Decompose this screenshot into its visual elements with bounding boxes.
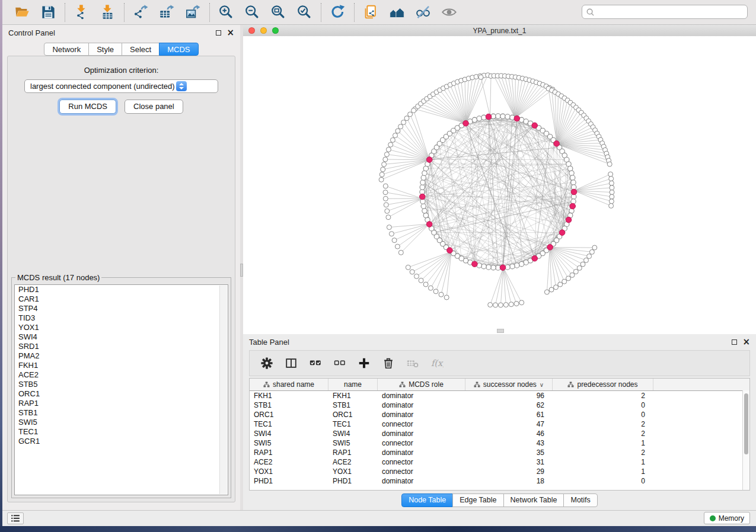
cell-MCDS-role: dominator	[378, 448, 465, 457]
cell-shared-name: FKH1	[250, 391, 328, 400]
cell-predecessor-nodes: 0	[553, 410, 653, 419]
select-all-checkboxes-button[interactable]	[309, 357, 322, 370]
mcds-result-item[interactable]: RAP1	[15, 399, 228, 408]
mcds-result-item[interactable]: SWI5	[15, 418, 228, 427]
mcds-result-item[interactable]: STP4	[15, 304, 228, 313]
cell-name: SWI4	[328, 429, 378, 438]
select-all-checkboxes-icon	[309, 357, 322, 370]
zoom-in-button[interactable]	[218, 4, 234, 20]
table-row[interactable]: SWI4SWI4dominator462	[250, 429, 749, 438]
mcds-result-item[interactable]: ACE2	[15, 370, 228, 380]
open-file-button[interactable]	[14, 4, 30, 20]
mcds-result-list[interactable]: PHD1CAR1STP4TID3YOX1SWI4SRD1PMA2FKH1ACE2…	[14, 284, 228, 495]
delete-column-button[interactable]	[382, 357, 395, 370]
table-row[interactable]: PHD1PHD1dominator180	[250, 476, 749, 486]
canvas-resize-handle[interactable]	[497, 329, 504, 333]
deselect-all-checkboxes-button[interactable]	[333, 357, 346, 370]
refresh-button[interactable]	[330, 4, 346, 20]
houses-button[interactable]	[389, 4, 405, 20]
close-window-icon[interactable]	[248, 27, 255, 34]
network-canvas[interactable]	[243, 36, 756, 334]
maximize-window-icon[interactable]	[272, 27, 279, 34]
table-row[interactable]: RAP1RAP1dominator352	[250, 448, 749, 457]
table-row[interactable]: ACE2ACE2connector311	[250, 457, 749, 467]
table-scrollbar-thumb[interactable]	[744, 393, 748, 454]
table-row[interactable]: STB1STB1dominator620	[250, 400, 749, 410]
task-history-button[interactable]	[7, 512, 24, 524]
mcds-result-item[interactable]: SRD1	[15, 342, 228, 351]
network-from-file-button[interactable]	[363, 4, 379, 20]
tab-edge-table[interactable]: Edge Table	[452, 493, 503, 507]
tab-node-table[interactable]: Node Table	[401, 493, 453, 507]
column-header-name[interactable]: name	[328, 379, 378, 390]
cell-MCDS-role: connector	[378, 457, 465, 467]
eye-button[interactable]	[441, 4, 457, 20]
function-builder-button: f(x)	[430, 357, 444, 370]
tab-mcds[interactable]: MCDS	[159, 43, 198, 56]
mcds-result-item[interactable]: GCR1	[15, 437, 228, 446]
table-row[interactable]: SWI5SWI5connector431	[250, 438, 749, 448]
float-table-panel-icon[interactable]	[732, 339, 737, 345]
mcds-result-item[interactable]: STB1	[15, 408, 228, 418]
close-panel-icon[interactable]: ×	[227, 29, 234, 36]
column-header-MCDS-role[interactable]: MCDS role	[378, 379, 465, 390]
split-view-button[interactable]	[285, 357, 298, 370]
close-table-panel-icon[interactable]: ×	[742, 338, 750, 345]
column-header-shared-name[interactable]: shared name	[250, 379, 328, 390]
import-table-button[interactable]	[100, 4, 116, 20]
search-box[interactable]	[582, 5, 748, 19]
save-session-icon	[40, 4, 56, 20]
mcds-result-item[interactable]: PMA2	[15, 351, 228, 361]
table-scrollbar[interactable]	[742, 390, 749, 490]
export-image-icon	[185, 4, 201, 20]
close-panel-button[interactable]: Close panel	[125, 100, 183, 114]
export-image-button[interactable]	[185, 4, 201, 20]
mcds-result-item[interactable]: CAR1	[15, 294, 228, 304]
delete-column-icon	[382, 357, 395, 370]
column-header-successor-nodes[interactable]: successor nodes∨	[465, 379, 553, 390]
search-input[interactable]	[595, 5, 747, 18]
cell-predecessor-nodes: 0	[553, 400, 653, 410]
table-row[interactable]: ORC1ORC1dominator610	[250, 410, 749, 419]
column-header-predecessor-nodes[interactable]: predecessor nodes	[553, 379, 653, 390]
tab-motifs[interactable]: Motifs	[563, 493, 597, 507]
cell-predecessor-nodes: 2	[553, 391, 653, 400]
float-panel-icon[interactable]	[216, 30, 221, 36]
cell-MCDS-role: dominator	[378, 429, 465, 438]
tab-network[interactable]: Network	[44, 43, 89, 56]
table-row[interactable]: YOX1YOX1connector291	[250, 467, 749, 476]
zoom-fit-button[interactable]	[270, 4, 286, 20]
minimize-window-icon[interactable]	[260, 27, 267, 34]
memory-button[interactable]: Memory	[704, 512, 750, 524]
tab-select[interactable]: Select	[122, 43, 160, 56]
table-panel: Table Panel × f(x) shared namenameMCDS r…	[243, 334, 756, 511]
mcds-result-item[interactable]: ORC1	[15, 389, 228, 399]
run-mcds-button[interactable]: Run MCDS	[59, 100, 116, 114]
mcds-result-item[interactable]: SWI4	[15, 332, 228, 342]
table-row[interactable]: TEC1TEC1connector472	[250, 419, 749, 429]
mcds-result-item[interactable]: PHD1	[15, 285, 228, 294]
tab-network-table[interactable]: Network Table	[503, 493, 564, 507]
optimization-criterion-select[interactable]: largest connected component (undirected)	[24, 79, 218, 93]
zoom-selected-button[interactable]	[296, 4, 312, 20]
table-row[interactable]: FKH1FKH1dominator962	[250, 391, 749, 400]
cell-name: YOX1	[328, 467, 378, 476]
save-session-button[interactable]	[40, 4, 56, 20]
export-table-button[interactable]	[159, 4, 175, 20]
mcds-result-item[interactable]: STB5	[15, 380, 228, 389]
export-network-button[interactable]	[133, 4, 149, 20]
zoom-out-icon	[244, 4, 260, 20]
mcds-result-item[interactable]: YOX1	[15, 323, 228, 332]
cell-successor-nodes: 61	[465, 410, 553, 419]
add-column-button[interactable]	[358, 357, 371, 370]
settings-gear-button[interactable]	[260, 357, 273, 370]
mcds-list-scrollbar[interactable]	[219, 286, 227, 494]
zoom-out-button[interactable]	[244, 4, 260, 20]
hide-glasses-button[interactable]	[415, 4, 431, 20]
mcds-result-item[interactable]: TEC1	[15, 427, 228, 437]
mcds-result-item[interactable]: FKH1	[15, 361, 228, 370]
mcds-result-item[interactable]: TID3	[15, 313, 228, 323]
import-network-button[interactable]	[74, 4, 90, 20]
tab-style[interactable]: Style	[88, 43, 122, 56]
network-graph[interactable]	[243, 36, 756, 334]
